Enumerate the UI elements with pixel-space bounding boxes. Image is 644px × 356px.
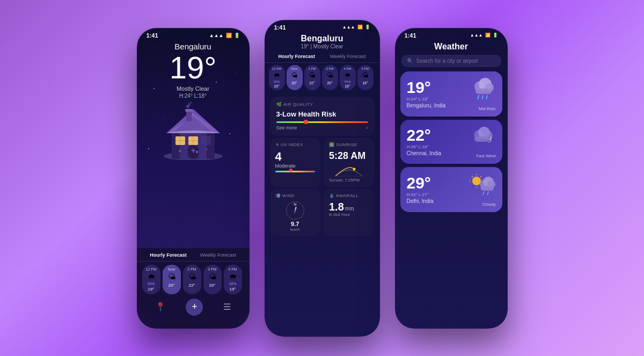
weather-list-item-bengaluru[interactable]: 19° H:24° L:18° Bengaluru, India <box>400 71 502 117</box>
svg-rect-28 <box>475 89 492 94</box>
rain-value-group: 1.8 mm <box>329 201 369 212</box>
wl-right-1: Fast Wind <box>469 125 496 158</box>
phone-1: 1:41 ▲▲▲ 📶 🔋 Bengaluru 19° Mostly Clear … <box>137 28 250 329</box>
hour-item-2[interactable]: 2 PM 🌤 22° <box>183 265 201 294</box>
weekly-tab[interactable]: Weekly Forecast <box>200 252 236 258</box>
hourly-scroll: 12 PM 🌧 30% 19° Now 🌤 20° 2 PM 🌤 22° <box>137 265 250 294</box>
hour-weather-icon: 🌧 <box>148 272 155 281</box>
phone-3: 1:41 ▲▲▲ 📶 🔋 Weather 🔍 Search for a city… <box>395 28 508 329</box>
sunrise-time: 5:28 AM <box>329 150 369 162</box>
h2-icon: 🌧 <box>274 71 280 79</box>
svg-point-36 <box>472 177 481 185</box>
hour2-item-2[interactable]: 2 PM 🌤 22° <box>304 65 320 90</box>
forecast-tabs-2: Hourly Forecast Weekly Forecast <box>265 54 380 63</box>
h2-icon: 🌤 <box>291 71 298 79</box>
wl-left-2: 29° H:33° L:27° Delhi, India <box>407 175 434 204</box>
hour-weather-icon: 🌧 <box>229 272 237 281</box>
uv-dot <box>289 169 292 172</box>
compass-arrow <box>294 206 297 214</box>
svg-rect-7 <box>185 109 193 112</box>
aqi-indicator <box>304 120 308 124</box>
phone1-main-content: Bengaluru 19° Mostly Clear H:24° L:18° <box>137 42 250 99</box>
hour2-item-5[interactable]: 5 PM 🌤 18° <box>357 65 374 90</box>
location-icon[interactable]: 📍 <box>155 302 166 312</box>
hour-item-1[interactable]: Now 🌤 20° <box>163 265 181 294</box>
rain-sublabel: in last hour <box>329 212 369 217</box>
weather-list-item-delhi[interactable]: 29° H:33° L:27° Delhi, India <box>400 167 502 212</box>
sunrise-icon: 🌅 <box>329 142 335 147</box>
uv-index-card: ☀ UV INDEX 4 Moderate <box>270 138 321 187</box>
svg-point-21 <box>179 150 180 151</box>
wifi-icon-2: 📶 <box>357 25 363 30</box>
wind-label: 💨 WIND <box>275 193 316 198</box>
rainfall-label: 💧 RAINFALL <box>329 193 369 198</box>
wl-icon-1 <box>469 125 496 151</box>
wl-desc-0: Mid Rain <box>479 106 496 111</box>
sunrise-card: 🌅 SUNRISE 5:28 AM Sunset: 7:25PM <box>324 138 375 187</box>
status-icons-3: ▲▲▲ 📶 🔋 <box>470 33 498 38</box>
hour-temp: 22° <box>188 283 195 288</box>
weather-list-item-chennai[interactable]: 22° H:26° L:18° Chennai, India <box>400 120 502 164</box>
uv-value: 4 <box>275 150 316 163</box>
status-bar: 1:41 ▲▲▲ 📶 🔋 <box>137 28 250 41</box>
search-bar[interactable]: 🔍 Search for a city or airport <box>401 55 501 67</box>
hour-time: 4 PM <box>228 267 237 271</box>
hour-item-0[interactable]: 12 PM 🌧 30% 19° <box>142 265 160 294</box>
wl-desc-1: Fast Wind <box>476 154 495 158</box>
wl-left-1: 22° H:26° L:18° Chennai, India <box>407 127 442 156</box>
uv-bar-wrap <box>275 171 316 172</box>
weather-title: Weather <box>395 41 508 55</box>
temperature: 19° <box>145 52 241 83</box>
hour2-item-0[interactable]: 12 PM 🌧 30% 19° <box>269 65 285 90</box>
svg-text:✚: ✚ <box>191 148 195 154</box>
h2-temp: 19° <box>274 84 280 88</box>
status-bar-2: 1:41 ▲▲▲ 📶 🔋 <box>265 20 380 33</box>
menu-icon[interactable]: ☰ <box>223 302 231 312</box>
hour2-item-3[interactable]: 3 PM 🌤 20° <box>322 65 338 90</box>
air-quality-label: 🌿 AIR QUALITY <box>276 102 368 107</box>
add-button[interactable]: + <box>186 299 203 316</box>
h2-precip: 30% <box>273 80 280 83</box>
wl-city-0: Bengaluru, India <box>407 103 446 108</box>
h2-temp: 20° <box>291 81 297 85</box>
hourly-tab[interactable]: Hourly Forecast <box>150 252 187 258</box>
wifi-icon-3: 📶 <box>485 33 491 38</box>
svg-line-46 <box>483 192 484 195</box>
uv-bar <box>275 171 316 172</box>
svg-rect-3 <box>207 132 215 159</box>
air-quality-card: 🌿 AIR QUALITY 3-Low Health Risk See more… <box>270 97 375 136</box>
compass-circle: N <box>286 201 304 220</box>
svg-point-22 <box>206 149 207 150</box>
hourly-tab-2[interactable]: Hourly Forecast <box>278 54 315 59</box>
hour2-item-4[interactable]: 4 PM 🌧 40% 19° <box>340 65 356 90</box>
hour2-item-1[interactable]: Now 🌤 20° <box>287 65 303 90</box>
see-more[interactable]: See more › <box>276 125 368 130</box>
air-quality-value: 3-Low Health Risk <box>276 110 368 118</box>
forecast-bar: Hourly Forecast Weekly Forecast 12 PM 🌧 … <box>137 248 250 329</box>
wl-right-2: Cloudy <box>469 172 496 207</box>
status-time: 1:41 <box>147 32 158 39</box>
svg-point-19 <box>196 151 198 153</box>
svg-line-29 <box>478 96 479 99</box>
wind-card: 💨 WIND N 9.7 km/h <box>270 189 321 236</box>
wl-right-0: Mid Rain <box>469 77 496 111</box>
rainfall-card: 💧 RAINFALL 1.8 mm in last hour <box>324 189 375 236</box>
svg-line-41 <box>480 176 481 177</box>
uv-description: Moderate <box>275 163 316 169</box>
hour-item-3[interactable]: 3 PM 🌤 20° <box>203 265 222 294</box>
wind-rain-row: 💨 WIND N 9.7 km/h 💧 RAINFALL <box>270 189 375 236</box>
chevron-right-icon: › <box>367 125 368 130</box>
weekly-tab-2[interactable]: Weekly Forecast <box>330 54 366 59</box>
hour-item-4[interactable]: 4 PM 🌧 40% 19° <box>224 265 242 294</box>
svg-line-31 <box>486 96 487 99</box>
wl-city-2: Delhi, India <box>407 198 434 204</box>
hour-time: 12 PM <box>145 267 156 271</box>
h2-temp: 22° <box>309 81 315 85</box>
phone-2: 1:41 ▲▲▲ 📶 🔋 Bengaluru 19° | Mostly Clea… <box>265 20 380 337</box>
uv-icon: ☀ <box>275 142 280 147</box>
h2-temp: 20° <box>327 81 333 85</box>
h2-time: 3 PM <box>326 67 333 70</box>
bottom-nav: 📍 + ☰ <box>137 294 250 316</box>
weather-list: 19° H:24° L:18° Bengaluru, India <box>395 71 508 212</box>
weather-description: Mostly Clear <box>145 85 241 92</box>
